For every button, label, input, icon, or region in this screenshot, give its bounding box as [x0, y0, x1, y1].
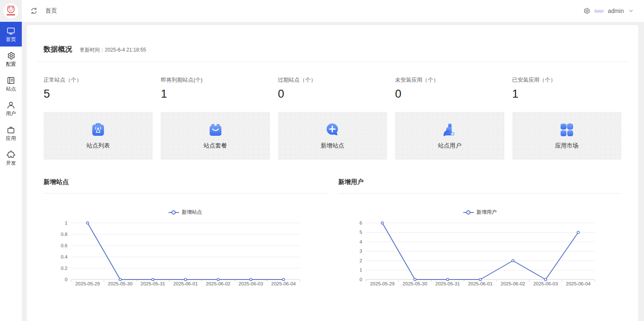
svg-text:2025-05-29: 2025-05-29 [75, 281, 100, 286]
shortcut-label: 应用市场 [555, 142, 579, 150]
sidebar-item-label: 站点 [6, 86, 16, 91]
chart-legend[interactable]: 新增站点 [44, 209, 327, 216]
shortcut-site-user[interactable]: 站点用户 [395, 112, 504, 160]
stat-value: 1 [161, 88, 270, 101]
shortcut-label: 站点套餐 [204, 142, 227, 150]
site-list-icon [90, 122, 106, 138]
monitor-icon [6, 26, 16, 36]
shortcut-site-list[interactable]: 站点列表 [44, 112, 153, 160]
stat-label: 未安装应用（个） [395, 76, 504, 84]
divider [37, 62, 628, 62]
svg-text:0.2: 0.2 [61, 266, 68, 271]
site-package-icon [208, 122, 223, 138]
chart-new-users: 新增用户 新增用户 01234562025-05-292025-05-30202… [338, 178, 621, 290]
settings-gear-icon[interactable] [583, 7, 590, 15]
shortcut-label: 站点列表 [86, 142, 110, 150]
update-time: 更新时间：2025-6-4 21:18:55 [80, 47, 146, 54]
stat-expiring-sites: 即将到期站点(个) 1 [161, 76, 270, 101]
sidebar-item-label: 应用 [6, 136, 16, 141]
svg-text:2025-06-03: 2025-06-03 [533, 281, 558, 286]
sidebar-item-sites[interactable]: 站点 [0, 71, 22, 96]
svg-text:2: 2 [360, 258, 362, 263]
topbar: 首页 loioi admin [22, 0, 644, 22]
username[interactable]: admin [608, 8, 624, 14]
legend-line-marker-icon [463, 212, 474, 213]
svg-text:2025-05-30: 2025-05-30 [402, 281, 427, 286]
svg-text:2025-06-02: 2025-06-02 [501, 281, 525, 286]
refresh-icon[interactable] [30, 7, 38, 15]
chart-title: 新增用户 [338, 178, 621, 194]
svg-text:0: 0 [360, 277, 362, 282]
svg-text:6: 6 [360, 220, 362, 225]
main-area: 首页 loioi admin 数据概况 更新时间：2025-6-4 21:18:… [22, 0, 644, 321]
svg-text:2025-06-02: 2025-06-02 [206, 281, 231, 286]
svg-text:2025-06-03: 2025-06-03 [239, 281, 263, 286]
chart-legend[interactable]: 新增用户 [338, 209, 621, 216]
svg-text:1: 1 [360, 267, 362, 272]
app-root: 首页 配置 站点 用户 [0, 0, 644, 321]
svg-text:0.6: 0.6 [61, 243, 68, 248]
line-chart-canvas: 00.20.40.60.812025-05-292025-05-302025-0… [44, 217, 327, 290]
site-user-icon [441, 122, 457, 138]
app-logo[interactable] [0, 0, 22, 22]
shortcut-label: 站点用户 [438, 142, 461, 150]
app-market-icon [559, 122, 575, 138]
sidebar-item-label: 开发 [6, 160, 16, 166]
breadcrumb[interactable]: 首页 [45, 7, 57, 15]
svg-text:5: 5 [360, 230, 362, 235]
svg-text:1: 1 [65, 220, 68, 225]
chevron-down-icon[interactable] [628, 8, 634, 14]
svg-text:0: 0 [65, 277, 68, 282]
sidebar-item-config[interactable]: 配置 [0, 47, 22, 71]
stat-value: 5 [44, 88, 153, 101]
chart-new-sites: 新增站点 新增站点 00.20.40.60.812025-05-292025-0… [44, 178, 327, 290]
section-title: 数据概况 [44, 44, 72, 54]
sidebar-item-users[interactable]: 用户 [0, 96, 22, 121]
sidebar-item-home[interactable]: 首页 [0, 22, 22, 47]
line-chart-canvas: 01234562025-05-292025-05-302025-05-31202… [338, 217, 621, 290]
sidebar-item-label: 配置 [6, 62, 16, 67]
add-site-icon [325, 122, 340, 138]
svg-text:2025-06-04: 2025-06-04 [271, 281, 296, 286]
stat-label: 即将到期站点(个) [161, 76, 270, 84]
svg-text:0.4: 0.4 [61, 254, 68, 259]
legend-label: 新增站点 [182, 209, 202, 216]
svg-text:4: 4 [360, 239, 363, 244]
sidebar-item-apps[interactable]: 应用 [0, 121, 22, 145]
avatar[interactable]: loioi [595, 8, 604, 13]
svg-text:2025-06-01: 2025-06-01 [173, 281, 198, 286]
shortcut-add-site[interactable]: 新增站点 [278, 112, 387, 160]
legend-label: 新增用户 [477, 209, 497, 216]
stat-installed-apps: 已安装应用（个） 1 [512, 76, 621, 101]
shortcut-app-market[interactable]: 应用市场 [512, 112, 621, 160]
puzzle-icon [6, 150, 16, 159]
sidebar-item-label: 首页 [6, 37, 16, 42]
legend-line-marker-icon [169, 212, 179, 213]
svg-text:2025-05-31: 2025-05-31 [435, 281, 460, 286]
chart-title: 新增站点 [44, 178, 327, 194]
shortcuts-row: 站点列表 站点套餐 [44, 112, 621, 160]
gear-icon [6, 51, 16, 60]
svg-text:2025-05-31: 2025-05-31 [140, 281, 165, 286]
stat-value: 1 [512, 88, 621, 101]
user-icon [6, 101, 16, 110]
shortcut-site-package[interactable]: 站点套餐 [161, 112, 270, 160]
shortcut-label: 新增站点 [321, 142, 344, 150]
stat-normal-sites: 正常站点（个） 5 [44, 76, 153, 101]
sidebar-item-dev[interactable]: 开发 [0, 145, 22, 170]
sidebar: 首页 配置 站点 用户 [0, 0, 22, 321]
stats-row: 正常站点（个） 5 即将到期站点(个) 1 过期站点（个） 0 未安装应用（个）… [44, 76, 621, 101]
stat-value: 0 [278, 88, 387, 101]
charts-row: 新增站点 新增站点 00.20.40.60.812025-05-292025-0… [44, 178, 621, 290]
stat-label: 过期站点（个） [278, 76, 387, 84]
briefcase-icon [6, 125, 16, 135]
stat-uninstalled-apps: 未安装应用（个） 0 [395, 76, 504, 101]
svg-text:3: 3 [360, 249, 362, 254]
document-icon [6, 76, 16, 85]
stat-value: 0 [395, 88, 504, 101]
mascot-logo-icon [3, 3, 19, 19]
stat-expired-sites: 过期站点（个） 0 [278, 76, 387, 101]
dashboard-card: 数据概况 更新时间：2025-6-4 21:18:55 正常站点（个） 5 即将… [27, 25, 638, 321]
svg-text:0.8: 0.8 [61, 232, 68, 237]
svg-text:2025-06-04: 2025-06-04 [566, 281, 591, 286]
